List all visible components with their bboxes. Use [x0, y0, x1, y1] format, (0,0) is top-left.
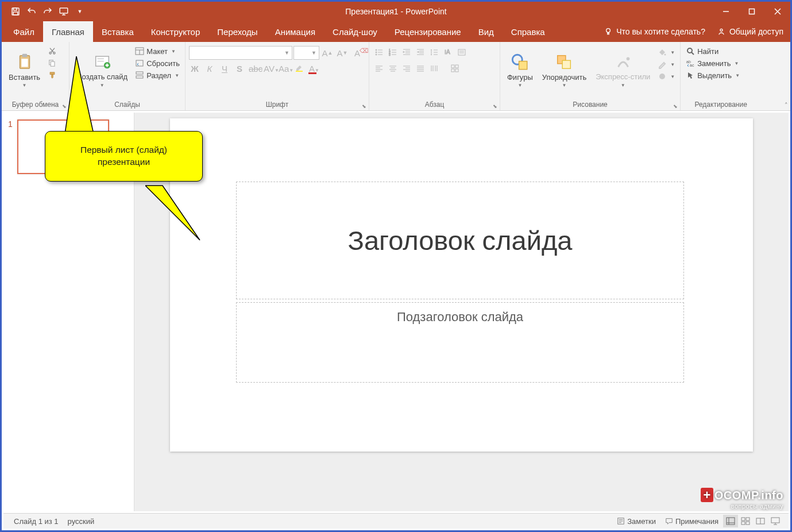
replace-icon: abac — [686, 59, 695, 68]
select-button[interactable]: Выделить▼ — [684, 70, 741, 80]
maximize-button[interactable] — [739, 2, 764, 21]
svg-rect-16 — [51, 61, 55, 66]
align-right-icon[interactable] — [400, 62, 413, 75]
svg-point-14 — [53, 52, 55, 54]
slide-canvas[interactable]: Заголовок слайда Подзаголовок слайда — [170, 118, 753, 452]
char-spacing-icon[interactable]: AV▼ — [264, 64, 275, 74]
bullets-icon[interactable] — [373, 46, 385, 59]
paste-button[interactable]: Вставить ▼ — [5, 44, 44, 97]
annotation-callout: Первый лист (слайд) презентации — [45, 131, 203, 182]
share-button[interactable]: Общий доступ — [717, 27, 783, 36]
normal-view-icon[interactable] — [723, 515, 738, 527]
tell-me-search[interactable]: Что вы хотите сделать? — [604, 27, 705, 36]
shape-effects-button[interactable]: ▼ — [656, 71, 677, 82]
tab-slideshow[interactable]: Слайд-шоу — [324, 21, 386, 42]
brush-icon — [48, 71, 57, 80]
text-direction-icon[interactable]: ⅠA — [442, 46, 454, 59]
drawing-launcher-icon[interactable]: ⬊ — [673, 103, 678, 109]
minimize-button[interactable] — [713, 2, 739, 21]
undo-icon[interactable] — [26, 6, 37, 17]
subtitle-placeholder[interactable]: Подзаголовок слайда — [236, 302, 684, 383]
svg-rect-25 — [136, 72, 143, 74]
decrease-indent-icon[interactable] — [400, 46, 413, 59]
svg-rect-3 — [60, 8, 68, 13]
notes-button[interactable]: Заметки — [612, 517, 660, 526]
comments-button[interactable]: Примечания — [660, 517, 723, 526]
bold-icon[interactable]: Ж — [189, 64, 200, 74]
redo-icon[interactable] — [43, 6, 53, 17]
section-button[interactable]: Раздел▼ — [133, 70, 181, 80]
align-center-icon[interactable] — [387, 62, 399, 75]
qat-customize-icon[interactable]: ▼ — [75, 6, 85, 17]
clipboard-launcher-icon[interactable]: ⬊ — [62, 103, 67, 109]
tab-review[interactable]: Рецензирование — [386, 21, 470, 42]
slide-count-label[interactable]: Слайд 1 из 1 — [9, 517, 63, 526]
reset-button[interactable]: Сбросить — [133, 58, 181, 68]
group-label-paragraph: Абзац — [425, 101, 445, 109]
new-slide-button[interactable]: Создать слайд ▼ — [73, 44, 131, 97]
start-slideshow-icon[interactable] — [59, 6, 69, 17]
collapse-ribbon-icon[interactable]: ˄ — [785, 102, 788, 109]
format-painter-button[interactable] — [46, 70, 59, 80]
decrease-font-icon[interactable]: A▼ — [335, 46, 349, 60]
find-button[interactable]: Найти — [684, 46, 741, 56]
tab-animations[interactable]: Анимация — [266, 21, 324, 42]
line-spacing-icon[interactable] — [428, 46, 441, 59]
tab-insert[interactable]: Вставка — [93, 21, 142, 42]
cut-button[interactable] — [46, 46, 59, 56]
new-slide-icon — [92, 52, 112, 72]
tab-design[interactable]: Конструктор — [142, 21, 209, 42]
font-color-icon[interactable]: A▼ — [308, 64, 320, 74]
layout-button[interactable]: Макет▼ — [133, 46, 181, 56]
align-text-icon[interactable] — [455, 46, 468, 59]
paragraph-launcher-icon[interactable]: ⬊ — [493, 103, 497, 109]
reading-view-icon[interactable] — [753, 515, 768, 527]
slideshow-view-icon[interactable] — [768, 515, 783, 527]
tab-transitions[interactable]: Переходы — [208, 21, 266, 42]
strikethrough-icon[interactable]: abc — [249, 64, 260, 74]
increase-indent-icon[interactable] — [414, 46, 427, 59]
italic-icon[interactable]: К — [204, 64, 215, 74]
numbering-icon[interactable]: 123 — [387, 46, 399, 59]
font-size-combo[interactable]: ▼ — [293, 46, 319, 60]
shape-outline-button[interactable]: ▼ — [656, 59, 677, 70]
title-placeholder[interactable]: Заголовок слайда — [236, 182, 684, 299]
svg-point-32 — [376, 54, 377, 55]
reset-icon — [135, 59, 144, 68]
font-name-combo[interactable]: ▼ — [189, 46, 292, 60]
watermark-sub: вопросы админу — [701, 503, 783, 510]
save-icon[interactable] — [10, 6, 21, 17]
svg-rect-11 — [22, 54, 27, 57]
tab-home[interactable]: Главная — [43, 21, 93, 42]
underline-icon[interactable]: Ч — [219, 64, 230, 74]
quick-styles-button[interactable]: Экспресс-стили▼ — [592, 44, 654, 97]
svg-rect-76 — [455, 65, 458, 68]
slide-sorter-view-icon[interactable] — [738, 515, 753, 527]
shadow-icon[interactable]: S — [234, 64, 245, 74]
copy-button[interactable] — [46, 58, 59, 68]
columns-icon[interactable] — [428, 62, 441, 75]
tab-help[interactable]: Справка — [503, 21, 554, 42]
language-label[interactable]: русский — [63, 517, 99, 526]
smartart-icon[interactable] — [449, 62, 461, 75]
tab-file[interactable]: Файл — [5, 21, 43, 42]
justify-icon[interactable] — [414, 62, 427, 75]
watermark-plus-icon: + — [701, 488, 713, 502]
section-icon — [135, 71, 144, 80]
shapes-button[interactable]: Фигуры▼ — [504, 44, 536, 97]
highlight-icon[interactable] — [293, 63, 305, 74]
close-button[interactable] — [764, 2, 790, 21]
tab-view[interactable]: Вид — [470, 21, 503, 42]
increase-font-icon[interactable]: A▲ — [320, 46, 334, 60]
group-slides: Создать слайд ▼ Макет▼ Сбросить Раздел▼ … — [69, 42, 186, 110]
replace-button[interactable]: abacЗаменить▼ — [684, 58, 741, 68]
align-left-icon[interactable] — [373, 62, 385, 75]
arrange-button[interactable]: Упорядочить▼ — [539, 44, 590, 97]
font-launcher-icon[interactable]: ⬊ — [362, 103, 366, 109]
slide-edit-area[interactable]: Заголовок слайда Подзаголовок слайда — [134, 113, 789, 511]
shape-fill-button[interactable]: ▼ — [656, 47, 677, 57]
svg-point-9 — [720, 29, 723, 31]
change-case-icon[interactable]: Aa▼ — [279, 64, 290, 74]
clear-formatting-icon[interactable]: A⌫ — [350, 46, 364, 60]
group-label-drawing: Рисование — [573, 101, 607, 109]
